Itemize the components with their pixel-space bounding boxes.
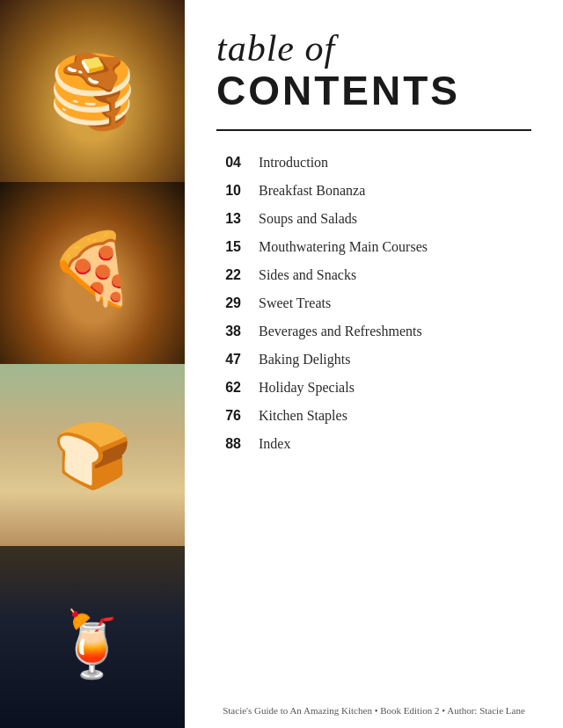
toc-label: Baking Delights	[259, 352, 350, 368]
toc-label: Holiday Specials	[259, 380, 355, 396]
toc-number: 04	[216, 155, 241, 171]
toc-number: 29	[216, 295, 241, 311]
toc-number: 38	[216, 324, 241, 339]
toc-number: 62	[216, 380, 241, 396]
photo-pizza	[0, 182, 185, 364]
toc-item: 04Introduction	[216, 149, 531, 177]
toc-label: Beverages and Refreshments	[259, 324, 422, 339]
toc-item: 47Baking Delights	[216, 346, 531, 374]
footer-text: Stacie's Guide to An Amazing Kitchen • B…	[216, 705, 531, 716]
left-photos-column	[0, 0, 185, 728]
toc-item: 13Soups and Salads	[216, 205, 531, 233]
toc-label: Soups and Salads	[259, 211, 357, 227]
toc-number: 22	[216, 267, 241, 283]
toc-item: 76Kitchen Staples	[216, 402, 531, 430]
toc-label: Index	[259, 436, 290, 452]
toc-item: 88Index	[216, 430, 531, 458]
toc-number: 76	[216, 408, 241, 424]
title-bold: CONTENTS	[216, 69, 531, 113]
right-content-column: table of CONTENTS 04Introduction10Breakf…	[185, 0, 563, 728]
toc-label: Sides and Snacks	[259, 267, 356, 283]
toc-label: Mouthwatering Main Courses	[259, 239, 428, 255]
toc-label: Sweet Treats	[259, 295, 331, 311]
toc-list: 04Introduction10Breakfast Bonanza13Soups…	[216, 149, 531, 710]
photo-pancakes	[0, 0, 185, 182]
photo-drink	[0, 546, 185, 728]
toc-number: 15	[216, 239, 241, 255]
title-section: table of CONTENTS	[216, 28, 531, 113]
toc-item: 22Sides and Snacks	[216, 261, 531, 289]
toc-item: 29Sweet Treats	[216, 289, 531, 317]
toc-item: 38Beverages and Refreshments	[216, 317, 531, 346]
toc-item: 62Holiday Specials	[216, 374, 531, 402]
toc-label: Introduction	[259, 155, 328, 171]
toc-label: Breakfast Bonanza	[259, 183, 365, 199]
title-divider	[216, 129, 531, 131]
photo-bread	[0, 364, 185, 546]
toc-item: 15Mouthwatering Main Courses	[216, 233, 531, 261]
toc-item: 10Breakfast Bonanza	[216, 177, 531, 205]
title-cursive: table of	[216, 28, 531, 69]
toc-number: 88	[216, 436, 241, 452]
toc-label: Kitchen Staples	[259, 408, 347, 424]
toc-number: 10	[216, 183, 241, 199]
toc-number: 13	[216, 211, 241, 227]
toc-number: 47	[216, 352, 241, 368]
